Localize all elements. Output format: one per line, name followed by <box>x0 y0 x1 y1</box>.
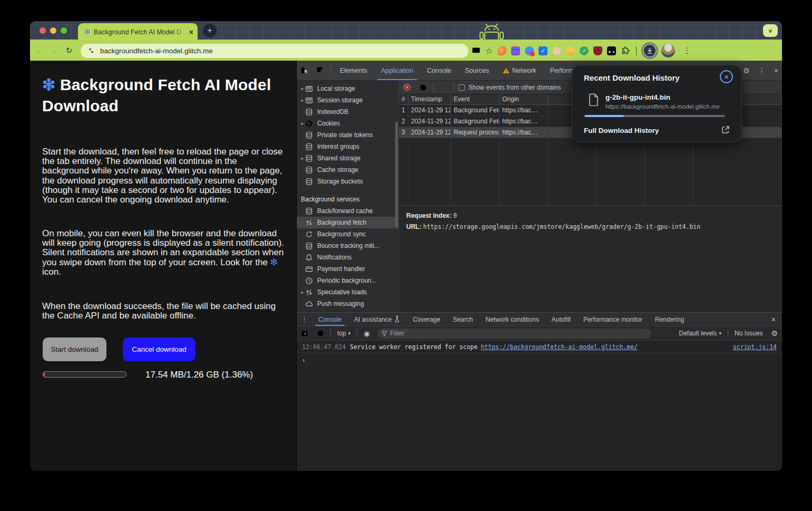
console-prompt[interactable]: › <box>297 353 782 366</box>
inspect-element-icon[interactable] <box>297 66 312 75</box>
sidebar-item-interest-groups[interactable]: Interest groups <box>297 141 398 152</box>
console-timestamp: 12:06:47.024 <box>302 343 346 351</box>
cancel-download-button[interactable]: Cancel download <box>123 338 195 361</box>
sidebar-item-session-storage[interactable]: ▸Session storage <box>297 94 398 106</box>
sidebar-item-notifications[interactable]: Notifications <box>297 252 398 263</box>
expand-arrow-icon[interactable]: ▸ <box>297 86 305 91</box>
extension-icon-4[interactable]: ✓ <box>539 46 547 55</box>
tab-network[interactable]: Network <box>496 61 543 80</box>
zoom-window-button[interactable] <box>61 27 67 34</box>
back-icon[interactable]: ← <box>34 46 45 55</box>
sidebar-scrollbar[interactable] <box>395 122 398 227</box>
browser-tab[interactable]: ❇ Background Fetch AI Model D × <box>78 23 198 41</box>
empty-grid-column <box>399 138 408 205</box>
bookmark-star-icon[interactable]: ☆ <box>485 46 493 56</box>
column-header-Origin[interactable]: Origin <box>500 94 548 104</box>
site-settings-icon[interactable] <box>87 46 95 55</box>
external-link-icon[interactable] <box>721 126 730 134</box>
sidebar-item-background-fetch[interactable]: Background fetch <box>297 217 398 228</box>
console-source-link[interactable]: script.js:14 <box>733 343 777 351</box>
popup-close-button[interactable]: × <box>720 70 733 83</box>
drawer-tab-performance-monitor[interactable]: Performance monitor <box>577 313 649 326</box>
tab-close-icon[interactable]: × <box>189 28 193 36</box>
sidebar-item-storage-buckets[interactable]: Storage buckets <box>297 176 398 187</box>
tab-console[interactable]: Console <box>420 61 458 80</box>
tab-search-chevron-button[interactable]: v <box>763 24 778 37</box>
minimize-window-button[interactable] <box>50 27 56 34</box>
url-bar[interactable]: backgroundfetch-ai-model.glitch.me <box>81 44 468 58</box>
clear-events-icon[interactable] <box>415 84 431 91</box>
sidebar-item-local-storage[interactable]: ▸Local storage <box>297 83 398 94</box>
sidebar-item-indexeddb[interactable]: IndexedDB <box>297 106 398 118</box>
sidebar-item-shared-storage[interactable]: ▸Shared storage <box>297 152 398 164</box>
sidebar-item-private-state-tokens[interactable]: Private state tokens <box>297 129 398 141</box>
log-levels-dropdown[interactable]: Default levels▾ <box>675 330 726 337</box>
drawer-menu-icon[interactable]: ⋮ <box>297 315 312 323</box>
downloads-button[interactable] <box>643 44 657 57</box>
extension-icon-9[interactable] <box>607 46 616 55</box>
drawer-tab-rendering[interactable]: Rendering <box>649 313 690 326</box>
extension-icon-1[interactable] <box>497 46 506 55</box>
tab-elements[interactable]: Elements <box>333 61 374 80</box>
sidebar-item-background-sync[interactable]: Background sync <box>297 228 398 240</box>
sidebar-item-periodic-background-sync[interactable]: Periodic backgroun... <box>297 275 398 286</box>
expand-arrow-icon[interactable]: ▸ <box>297 98 305 103</box>
drawer-tab-autofill-label: Autofill <box>552 316 571 323</box>
profile-avatar[interactable] <box>661 44 675 57</box>
extension-icon-7[interactable]: ✓ <box>580 46 589 55</box>
new-tab-button[interactable]: + <box>203 24 217 37</box>
execution-context-selector[interactable]: top▾ <box>333 330 355 337</box>
extension-icon-6[interactable] <box>566 46 575 55</box>
sidebar-item-cache-storage-label: Cache storage <box>317 166 360 173</box>
sidebar-item-cookies[interactable]: ▸Cookies <box>297 118 398 129</box>
sidebar-item-speculative-loads[interactable]: ▸Speculative loads <box>297 286 398 298</box>
column-header-Timestamp[interactable]: Timestamp <box>408 94 451 104</box>
tab-sources[interactable]: Sources <box>458 61 496 80</box>
install-app-icon[interactable] <box>472 47 481 55</box>
forward-icon[interactable]: → <box>49 46 60 55</box>
expand-arrow-icon[interactable]: ▸ <box>297 290 305 295</box>
sidebar-item-back-forward-cache[interactable]: Back/forward cache <box>297 205 398 217</box>
save-events-icon[interactable] <box>436 84 452 91</box>
extension-icon-8[interactable] <box>593 46 602 55</box>
devtools-menu-icon[interactable]: ⋮ <box>755 66 769 75</box>
console-sidebar-toggle-icon[interactable] <box>297 330 312 337</box>
full-download-history-link[interactable]: Full Download History <box>584 127 659 134</box>
column-header-Event[interactable]: Event <box>451 94 500 104</box>
sidebar-item-cache-storage[interactable]: Cache storage <box>297 164 398 176</box>
extension-icon-5[interactable] <box>552 46 561 55</box>
show-other-domains-checkbox[interactable] <box>458 84 465 91</box>
clear-console-icon[interactable] <box>312 330 328 337</box>
extension-icon-3[interactable] <box>525 46 534 55</box>
devtools-close-icon[interactable]: × <box>770 66 782 75</box>
drawer-tab-network-conditions[interactable]: Network conditions <box>479 313 545 326</box>
issues-counter[interactable]: No Issues <box>730 330 767 337</box>
device-toolbar-icon[interactable] <box>312 66 328 74</box>
drawer-tab-coverage[interactable]: Coverage <box>406 313 446 326</box>
console-scope-link[interactable]: https://backgroundfetch-ai-model.glitch.… <box>481 343 638 351</box>
close-window-button[interactable] <box>40 27 46 34</box>
expand-arrow-icon[interactable]: ▸ <box>297 121 305 126</box>
expand-arrow-icon[interactable]: ▸ <box>297 156 305 161</box>
drawer-tab-autofill[interactable]: Autofill <box>545 313 577 326</box>
record-events-icon[interactable] <box>399 83 415 91</box>
drawer-tab-ai-assistance[interactable]: AI assistance <box>348 313 406 326</box>
console-filter-input[interactable]: Filter <box>377 329 651 339</box>
drawer-close-icon[interactable]: × <box>765 315 782 324</box>
tab-application[interactable]: Application <box>374 61 420 80</box>
extensions-puzzle-icon[interactable] <box>621 46 630 55</box>
sidebar-item-bounce-tracking[interactable]: Bounce tracking miti... <box>297 240 398 252</box>
drawer-tab-search[interactable]: Search <box>446 313 479 326</box>
reload-icon[interactable]: ↻ <box>64 46 74 55</box>
console-settings-gear-icon[interactable]: ⚙ <box>767 329 782 338</box>
column-header-#[interactable]: # <box>399 94 408 104</box>
sidebar-item-payment-handler[interactable]: Payment handler <box>297 263 398 275</box>
browser-menu-icon[interactable]: ⋮ <box>680 46 694 55</box>
drawer-tab-console[interactable]: Console <box>312 313 348 326</box>
download-file-name[interactable]: g-2b-it-gpu-int4.bin <box>605 93 670 101</box>
extension-icon-2[interactable] <box>511 46 520 55</box>
start-download-button[interactable]: Start download <box>43 338 106 361</box>
db-icon <box>305 108 313 116</box>
sidebar-item-push-messaging[interactable]: Push messaging <box>297 298 398 310</box>
live-expression-eye-icon[interactable]: ◉ <box>359 330 374 338</box>
